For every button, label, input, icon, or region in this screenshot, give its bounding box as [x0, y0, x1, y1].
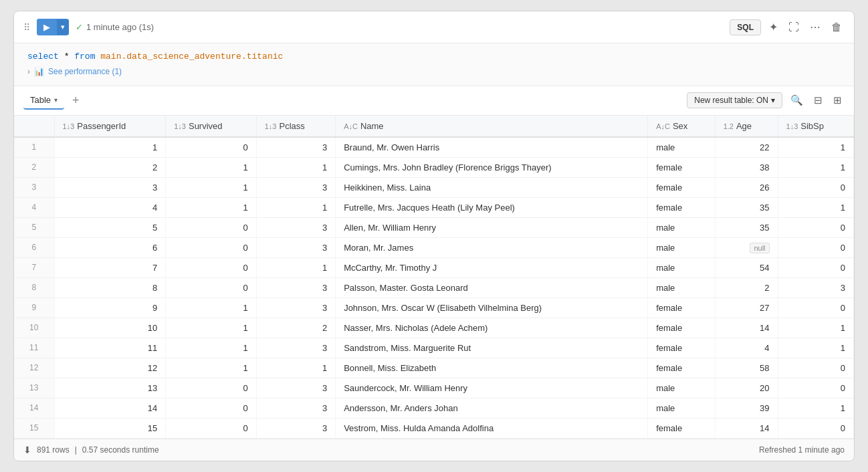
cell-rownum: 13	[14, 378, 54, 398]
cell-rownum: 1	[14, 137, 54, 158]
cell-rownum: 5	[14, 217, 54, 237]
col-header-survived[interactable]: 1↓3Survived	[166, 116, 257, 137]
tab-arrow-icon: ▾	[54, 96, 58, 104]
table-row: 7701McCarthy, Mr. Timothy Jmale540	[14, 257, 854, 277]
cell-age: 14	[715, 318, 778, 338]
cell-sex: female	[648, 338, 716, 358]
col-header-pclass[interactable]: 1↓3Pclass	[256, 116, 335, 137]
cell-age: 54	[715, 257, 778, 277]
table-tab[interactable]: Table ▾	[23, 92, 64, 110]
cell-name: Andersson, Mr. Anders Johan	[336, 398, 648, 418]
cell-sibsp: 0	[778, 217, 853, 237]
cell-rownum: 9	[14, 298, 54, 318]
cell-age: 39	[715, 398, 778, 418]
col-header-age[interactable]: 1.2Age	[715, 116, 778, 137]
table-row: 3313Heikkinen, Miss. Lainafemale260	[14, 177, 854, 197]
sql-select-keyword: select	[27, 51, 59, 62]
cell-sex: male	[648, 137, 716, 158]
sql-operator: *	[64, 51, 75, 62]
search-button[interactable]: 🔍	[788, 92, 806, 109]
cell-pclass: 3	[256, 217, 335, 237]
results-header-right: New result table: ON ▾ 🔍 ⊟ ⊞	[687, 92, 845, 109]
cell-passengerid: 8	[54, 277, 166, 298]
cell-rownum: 7	[14, 257, 54, 277]
cell-sibsp: 0	[778, 237, 853, 257]
cell-pclass: 3	[256, 378, 335, 398]
run-play-icon[interactable]: ▶	[37, 19, 57, 35]
cell-sex: female	[648, 177, 716, 197]
refreshed-text: Refreshed 1 minute ago	[759, 445, 845, 455]
cell-age: 20	[715, 378, 778, 398]
cell-passengerid: 10	[54, 318, 166, 338]
cell-sibsp: 3	[778, 277, 853, 298]
perf-expand-arrow[interactable]: ›	[27, 67, 30, 76]
table-row: 5503Allen, Mr. William Henrymale350	[14, 217, 854, 237]
table-row: 101012Nasser, Mrs. Nicholas (Adele Achem…	[14, 318, 854, 338]
table-footer: ⬇ 891 rows | 0.57 seconds runtime Refres…	[14, 439, 854, 461]
pclass-col-icon: 1↓3	[265, 122, 277, 130]
new-result-button[interactable]: New result table: ON ▾	[687, 92, 782, 108]
cell-sex: male	[648, 217, 716, 237]
delete-button[interactable]: 🗑	[829, 19, 845, 36]
new-result-label: New result table: ON	[694, 96, 768, 105]
sibsp-col-icon: 1↓3	[786, 122, 798, 130]
sql-button[interactable]: SQL	[730, 19, 761, 35]
cell-sex: male	[648, 257, 716, 277]
run-arrow-icon[interactable]: ▾	[57, 19, 69, 35]
cell-name: McCarthy, Mr. Timothy J	[336, 257, 648, 277]
perf-chart-icon: 📊	[34, 67, 44, 76]
table-tab-label: Table	[30, 95, 51, 105]
cell-passengerid: 11	[54, 338, 166, 358]
cell-rownum: 2	[14, 157, 54, 177]
add-tab-button[interactable]: +	[70, 94, 82, 108]
cell-rownum: 15	[14, 418, 54, 438]
cell-pclass: 3	[256, 418, 335, 438]
col-header-sex[interactable]: A↓CSex	[648, 116, 716, 137]
sql-line: select * from main.data_science_adventur…	[27, 50, 841, 64]
sql-from-keyword: from	[74, 51, 95, 62]
filter-button[interactable]: ⊟	[811, 92, 825, 109]
toolbar: ⠿ ▶ ▾ ✓ 1 minute ago (1s) SQL ✦ ⛶ ⋯ 🗑	[14, 11, 854, 43]
cell-rownum: 6	[14, 237, 54, 257]
cell-rownum: 8	[14, 277, 54, 298]
cell-sibsp: 1	[778, 157, 853, 177]
download-icon[interactable]: ⬇	[23, 445, 31, 455]
cell-passengerid: 3	[54, 177, 166, 197]
table-row: 1103Braund, Mr. Owen Harrismale221	[14, 137, 854, 158]
grip-icon: ⠿	[23, 22, 30, 33]
cell-name: Braund, Mr. Owen Harris	[336, 137, 648, 158]
cell-survived: 1	[166, 338, 257, 358]
expand-button[interactable]: ⛶	[786, 19, 802, 36]
col-header-sibsp[interactable]: 1↓3SibSp	[778, 116, 853, 137]
more-button[interactable]: ⋯	[807, 18, 823, 36]
main-container: ⠿ ▶ ▾ ✓ 1 minute ago (1s) SQL ✦ ⛶ ⋯ 🗑 se…	[13, 11, 855, 461]
cell-survived: 1	[166, 298, 257, 318]
cell-survived: 0	[166, 257, 257, 277]
cell-age: null	[715, 237, 778, 257]
data-table-wrapper: 1↓3PassengerId 1↓3Survived 1↓3Pclass A↓C…	[14, 116, 854, 439]
run-button[interactable]: ▶ ▾	[37, 19, 69, 35]
cell-age: 22	[715, 137, 778, 158]
cell-passengerid: 12	[54, 358, 166, 378]
cell-sibsp: 0	[778, 358, 853, 378]
columns-button[interactable]: ⊞	[831, 92, 845, 109]
col-header-passengerid[interactable]: 1↓3PassengerId	[54, 116, 166, 137]
magic-button[interactable]: ✦	[766, 18, 780, 36]
cell-survived: 0	[166, 217, 257, 237]
cell-sibsp: 0	[778, 418, 853, 438]
cell-survived: 0	[166, 418, 257, 438]
table-row: 9913Johnson, Mrs. Oscar W (Elisabeth Vil…	[14, 298, 854, 318]
cell-passengerid: 15	[54, 418, 166, 438]
performance-link[interactable]: See performance (1)	[48, 67, 122, 76]
col-header-name[interactable]: A↓CName	[336, 116, 648, 137]
cell-name: Heikkinen, Miss. Laina	[336, 177, 648, 197]
cell-survived: 1	[166, 157, 257, 177]
table-row: 131303Saundercock, Mr. William Henrymale…	[14, 378, 854, 398]
status-time: 1 minute ago (1s)	[86, 22, 154, 32]
cell-pclass: 1	[256, 257, 335, 277]
cell-age: 58	[715, 358, 778, 378]
cell-age: 2	[715, 277, 778, 298]
cell-survived: 0	[166, 237, 257, 257]
cell-sex: male	[648, 237, 716, 257]
cell-passengerid: 5	[54, 217, 166, 237]
